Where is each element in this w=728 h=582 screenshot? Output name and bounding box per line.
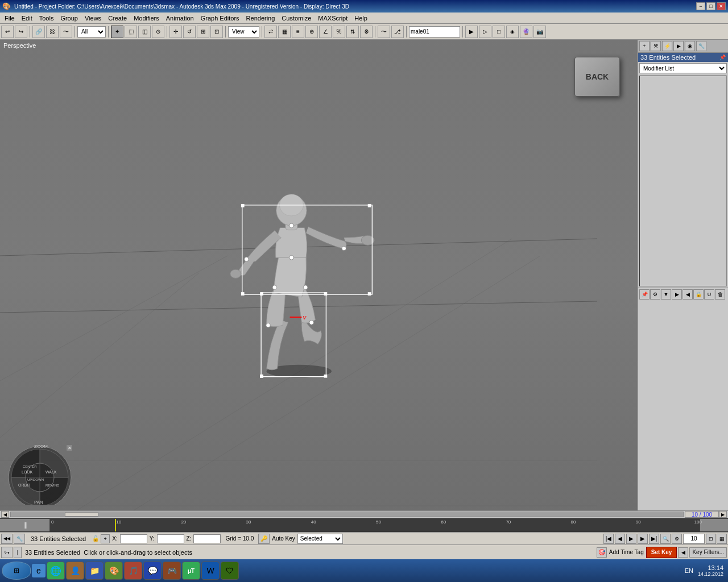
play-button[interactable]: ▶: [626, 534, 636, 544]
menu-create[interactable]: Create: [105, 14, 130, 23]
set-key-icon[interactable]: 🗝: [1, 547, 13, 558]
select-by-region-button[interactable]: ◫: [138, 26, 151, 38]
quick-render-button[interactable]: ▷: [479, 26, 491, 38]
x-coord-field[interactable]: [120, 534, 147, 543]
percent-snap-button[interactable]: %: [333, 26, 345, 38]
taskbar-messenger-icon[interactable]: 💬: [143, 562, 162, 580]
go-to-end-button[interactable]: ▶|: [649, 534, 659, 544]
toggle-unique-button[interactable]: U: [704, 289, 714, 300]
taskbar-chrome-icon[interactable]: 🌐: [47, 562, 65, 580]
array-button[interactable]: ▦: [278, 26, 291, 38]
view-dropdown[interactable]: View: [228, 26, 259, 38]
redo-button[interactable]: ↪: [15, 26, 27, 38]
angle-snap-button[interactable]: ∠: [319, 26, 332, 38]
show-all-subtrees-button[interactable]: ▼: [661, 289, 671, 300]
material-editor-button[interactable]: 🔮: [520, 26, 532, 38]
maximize-button[interactable]: □: [706, 2, 715, 10]
track-bar-inner[interactable]: 0 10 20 30 40 50 60 70 80 90 100: [50, 519, 700, 531]
timeline-scroll-right-button[interactable]: ▶: [719, 511, 727, 518]
additive-mode-button[interactable]: 🎯: [597, 547, 607, 558]
menu-help[interactable]: Help: [351, 14, 371, 23]
taskbar-paint-icon[interactable]: 🎨: [105, 562, 123, 580]
close-button[interactable]: ✕: [717, 2, 726, 10]
back-cube-widget[interactable]: BACK: [574, 57, 620, 97]
modifier-list-dropdown[interactable]: Modifier List: [639, 63, 727, 73]
timeline-scroll-track[interactable]: [10, 512, 684, 517]
panel-tab-hierarchy[interactable]: ⚡: [662, 41, 672, 51]
menu-graph-editors[interactable]: Graph Editors: [197, 14, 243, 23]
prev-key-button[interactable]: ◀: [678, 547, 688, 558]
prev-frame-button[interactable]: ◀: [615, 534, 625, 544]
render-to-texture-button[interactable]: 📷: [533, 26, 546, 38]
align-button[interactable]: ≡: [292, 26, 304, 38]
panel-pin-icon[interactable]: 📌: [719, 55, 726, 60]
zoom-time-button[interactable]: 🔍: [660, 534, 671, 544]
menu-tools[interactable]: Tools: [36, 14, 57, 23]
lock-button[interactable]: 🔒: [693, 289, 704, 300]
pin-stack-button[interactable]: 📌: [639, 289, 650, 300]
panel-tab-utility[interactable]: 🔧: [696, 41, 706, 51]
mirror-button[interactable]: ⇌: [264, 26, 277, 38]
timeline-scroll-thumb[interactable]: [65, 512, 98, 517]
spinner-snap-button[interactable]: ⇅: [346, 26, 359, 38]
track-bar[interactable]: ▐ 0 10 20 30 40 50 60 70 80 90 100: [0, 518, 728, 532]
taskbar-app3-icon[interactable]: 📁: [85, 562, 104, 580]
menu-modifiers[interactable]: Modifiers: [130, 14, 163, 23]
rotate-button[interactable]: ↺: [183, 26, 196, 38]
show-only-selected-button[interactable]: ▶: [672, 289, 682, 300]
snap-settings-button[interactable]: ⚙: [360, 26, 373, 38]
menu-views[interactable]: Views: [81, 14, 105, 23]
taskbar-game-icon[interactable]: 🎮: [163, 562, 181, 580]
set-key-button[interactable]: Set Key: [646, 547, 677, 558]
active-shade-button[interactable]: ◈: [506, 26, 519, 38]
menu-edit[interactable]: Edit: [18, 14, 36, 23]
key-icon[interactable]: 🔑: [258, 534, 270, 544]
key-filters-button[interactable]: Key Filters...: [689, 547, 727, 558]
taskbar-app2-icon[interactable]: 👤: [66, 562, 84, 580]
curve-editor-button[interactable]: 〜: [378, 26, 390, 38]
maximize-viewport-button[interactable]: ⊡: [706, 534, 716, 544]
menu-customize[interactable]: Customize: [278, 14, 315, 23]
render-scene-button[interactable]: ▶: [465, 26, 478, 38]
taskbar-icon-ie[interactable]: e: [32, 564, 46, 577]
go-to-start-button[interactable]: |◀: [603, 534, 614, 544]
menu-animation[interactable]: Animation: [163, 14, 197, 23]
taskbar-word-icon[interactable]: W: [201, 562, 220, 580]
y-coord-field[interactable]: [157, 534, 184, 543]
schematic-view-button[interactable]: ⎇: [391, 26, 404, 38]
panel-tab-create[interactable]: +: [639, 41, 650, 51]
panel-tab-motion[interactable]: ▶: [673, 41, 684, 51]
undo-button[interactable]: ↩: [1, 26, 14, 38]
mini-player-button[interactable]: ◀◀: [1, 534, 13, 544]
select-region-button[interactable]: ⬚: [125, 26, 137, 38]
menu-rendering[interactable]: Rendering: [243, 14, 279, 23]
frame-number-input[interactable]: [683, 534, 705, 544]
filter-dropdown[interactable]: All: [77, 26, 106, 38]
settings-time-button[interactable]: ⚙: [672, 534, 682, 544]
snap-toggle-button[interactable]: ⊕: [305, 26, 318, 38]
move-button[interactable]: ✛: [169, 26, 182, 38]
start-button[interactable]: ⊞: [2, 562, 31, 580]
named-selection-input[interactable]: [409, 26, 460, 38]
timeline-scroll-left-button[interactable]: ◀: [1, 511, 9, 518]
select-object-button[interactable]: ✦: [111, 26, 123, 38]
remove-modifier-button[interactable]: 🗑: [715, 289, 725, 300]
unlink-button[interactable]: ⛓: [46, 26, 59, 38]
menu-file[interactable]: File: [1, 14, 18, 23]
track-time-cursor[interactable]: [115, 519, 116, 531]
next-frame-button[interactable]: ▶: [638, 534, 648, 544]
menu-maxscript[interactable]: MAXScript: [315, 14, 351, 23]
layout-button[interactable]: ▦: [717, 534, 727, 544]
taskbar-utor-icon[interactable]: μT: [182, 562, 200, 580]
bind-space-warp-button[interactable]: 〜: [60, 26, 72, 38]
selected-mode-dropdown[interactable]: Selected: [297, 534, 343, 544]
scale-uniform-button[interactable]: ⊡: [210, 26, 223, 38]
add-coord-button[interactable]: +: [101, 534, 110, 543]
taskbar-media-icon[interactable]: 🎵: [124, 562, 142, 580]
configure-modifier-sets-button[interactable]: ⚙: [650, 289, 660, 300]
panel-tab-display[interactable]: ◉: [685, 41, 695, 51]
status-icon-1[interactable]: 🔧: [14, 534, 25, 544]
lock-toggle-icon[interactable]: 🔓: [92, 535, 100, 543]
menu-group[interactable]: Group: [57, 14, 81, 23]
minimize-button[interactable]: −: [696, 2, 705, 10]
